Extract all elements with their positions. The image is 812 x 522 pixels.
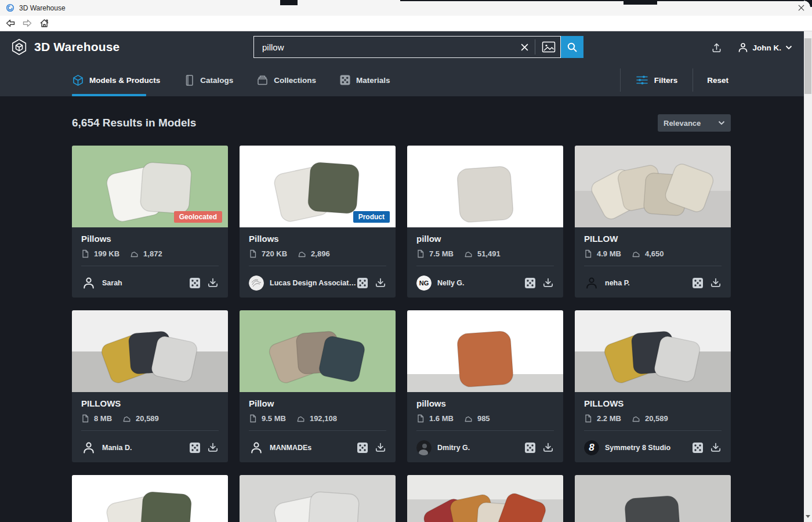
model-thumbnail[interactable] (575, 146, 731, 227)
download-icon[interactable] (207, 442, 219, 454)
author-avatar[interactable]: 8 (584, 440, 599, 455)
model-card[interactable] (240, 475, 396, 522)
model-title[interactable]: PILLOWS (81, 398, 219, 408)
back-button[interactable] (5, 17, 16, 29)
author-avatar[interactable]: NG (416, 276, 432, 291)
model-card[interactable]: pillow 7.5 MB 51,491 NG Nelly G. (407, 146, 563, 298)
home-button[interactable] (38, 17, 50, 29)
model-title[interactable]: Pillow (249, 398, 386, 408)
model-card[interactable]: PILLOW 4.9 MB 4,650 neha P. (575, 146, 731, 298)
model-title[interactable]: Pillows (249, 234, 386, 244)
model-card[interactable]: PILLOWS 8 MB 20,589 Mania D. (72, 310, 228, 462)
tab-materials[interactable]: Materials (339, 74, 390, 86)
model-card[interactable] (72, 475, 228, 522)
model-card[interactable]: Pillow 9.5 MB 192,108 MANMADEs (240, 310, 396, 462)
author-avatar[interactable] (416, 440, 432, 455)
model-thumbnail[interactable]: Product (240, 146, 396, 227)
chevron-down-icon (785, 45, 792, 50)
tab-catalogs[interactable]: Catalogs (183, 74, 233, 86)
search-button[interactable] (561, 36, 583, 58)
upload-button[interactable] (711, 42, 722, 53)
download-icon[interactable] (710, 442, 722, 454)
dice-icon[interactable] (189, 442, 201, 454)
scroll-down-arrow[interactable] (806, 510, 810, 520)
card-footer: neha P. (584, 266, 722, 298)
author-avatar[interactable] (81, 276, 96, 291)
filters-button[interactable]: Filters (621, 64, 693, 96)
search-input[interactable] (254, 42, 516, 52)
download-icon[interactable] (207, 277, 219, 289)
downloads-count-icon (632, 249, 640, 258)
forward-button[interactable] (21, 17, 33, 29)
window-close-button[interactable] (795, 2, 807, 13)
checker-icon (339, 74, 351, 86)
image-search-button[interactable] (537, 37, 560, 57)
sliders-icon (636, 75, 648, 85)
dice-icon[interactable] (357, 442, 368, 454)
author-name[interactable]: neha P. (605, 279, 692, 287)
author-name[interactable]: MANMADEs (270, 444, 357, 452)
download-icon[interactable] (710, 277, 722, 289)
dice-icon[interactable] (189, 277, 201, 289)
model-thumbnail[interactable] (72, 475, 228, 522)
model-thumbnail[interactable] (72, 310, 228, 392)
model-thumbnail[interactable] (407, 310, 563, 392)
model-thumbnail[interactable] (575, 310, 731, 392)
model-info: Pillows 720 KB 2,896 Lucas Design Associ… (240, 227, 396, 298)
model-title[interactable]: PILLOWS (584, 398, 722, 408)
tab-models-and-products[interactable]: Models & Products (72, 74, 160, 86)
results-count: 6,654 Results in Models (72, 117, 196, 129)
dice-icon[interactable] (692, 442, 704, 454)
tab-label: Catalogs (200, 76, 233, 85)
author-name[interactable]: Sarah (102, 279, 189, 287)
dice-icon[interactable] (524, 277, 536, 289)
site-logo[interactable]: 3D Warehouse (10, 38, 120, 56)
model-thumbnail[interactable] (407, 475, 563, 522)
model-thumbnail[interactable] (575, 475, 731, 522)
author-avatar[interactable] (249, 440, 264, 455)
model-title[interactable]: Pillows (81, 234, 219, 244)
author-avatar[interactable] (249, 276, 264, 291)
model-thumbnail[interactable] (240, 475, 396, 522)
model-thumbnail[interactable] (407, 146, 563, 227)
reset-button[interactable]: Reset (693, 64, 731, 96)
download-icon[interactable] (375, 277, 386, 289)
tab-collections[interactable]: Collections (256, 74, 316, 86)
dice-icon[interactable] (692, 277, 704, 289)
model-card[interactable] (407, 475, 563, 522)
card-actions (189, 442, 219, 454)
model-title[interactable]: PILLOW (584, 234, 722, 244)
model-card[interactable]: Geolocated Pillows 199 KB 1,872 Sarah (72, 146, 228, 298)
author-name[interactable]: Symmetry 8 Studio (605, 444, 692, 452)
model-thumbnail[interactable] (240, 310, 396, 392)
download-icon[interactable] (542, 277, 554, 289)
download-icon[interactable] (542, 442, 554, 454)
scrollbar-thumb[interactable] (804, 38, 811, 94)
author-name[interactable]: Dmitry G. (437, 444, 524, 452)
model-title[interactable]: pillows (416, 398, 554, 408)
download-icon[interactable] (375, 442, 386, 454)
model-card[interactable]: PILLOWS 2.2 MB 20,589 8 Symmetry 8 Studi… (575, 310, 731, 462)
model-card[interactable] (575, 475, 731, 522)
author-avatar[interactable] (81, 440, 96, 455)
status-badge: Product (353, 211, 390, 223)
sort-dropdown[interactable]: Relevance (658, 114, 731, 132)
file-size-icon (249, 249, 257, 258)
model-card[interactable]: Product Pillows 720 KB 2,896 Lucas Desig… (240, 146, 396, 298)
scrollbar[interactable] (804, 31, 812, 522)
search-box[interactable] (253, 36, 561, 58)
window-title: 3D Warehouse (19, 4, 66, 12)
author-name[interactable]: Mania D. (102, 444, 189, 452)
model-card[interactable]: pillows 1.6 MB 985 Dmitry G. (407, 310, 563, 462)
author-avatar[interactable] (584, 276, 599, 291)
model-info: PILLOWS 8 MB 20,589 Mania D. (72, 392, 228, 462)
author-name[interactable]: Nelly G. (437, 279, 524, 287)
clear-search-button[interactable] (516, 37, 533, 57)
model-thumbnail[interactable]: Geolocated (72, 146, 228, 227)
dice-icon[interactable] (524, 442, 536, 454)
user-menu[interactable]: John K. (737, 42, 793, 53)
author-name[interactable]: Lucas Design Associates (270, 279, 357, 287)
model-title[interactable]: pillow (416, 234, 554, 244)
upload-icon (711, 42, 722, 53)
dice-icon[interactable] (357, 277, 368, 289)
